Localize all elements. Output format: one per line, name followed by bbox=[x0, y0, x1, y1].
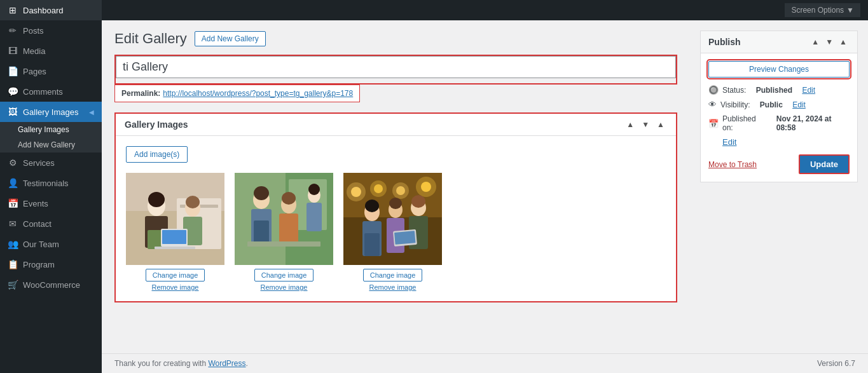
sidebar-item-dashboard[interactable]: ⊞ Dashboard bbox=[0, 0, 102, 20]
title-input-wrapper bbox=[114, 55, 677, 85]
posts-icon: ✏ bbox=[8, 25, 18, 36]
sidebar-item-comments[interactable]: 💬 Comments bbox=[0, 81, 102, 102]
gallery-title-input[interactable] bbox=[116, 56, 676, 78]
permalink-link[interactable]: http://localhost/wordpress/?post_type=tg… bbox=[163, 89, 353, 98]
gallery-box-toggle-button[interactable]: ▲ bbox=[654, 119, 667, 130]
gallery-box-up-button[interactable]: ▲ bbox=[624, 119, 637, 130]
image-preview-2 bbox=[235, 173, 333, 265]
sidebar-item-program[interactable]: 📋 Program bbox=[0, 254, 102, 275]
contact-icon: ✉ bbox=[8, 219, 18, 229]
add-new-gallery-button[interactable]: Add New Gallery bbox=[195, 31, 266, 46]
page-title: Edit Gallery bbox=[114, 31, 187, 47]
gallery-box-title: Gallery Images bbox=[125, 119, 188, 130]
published-date: Nov 21, 2024 at 08:58 bbox=[776, 114, 850, 132]
remove-image-1-button[interactable]: Remove image bbox=[152, 283, 199, 291]
svg-rect-12 bbox=[162, 230, 186, 244]
wordpress-link[interactable]: WordPress bbox=[208, 359, 245, 368]
page-title-row: Edit Gallery Add New Gallery bbox=[114, 31, 677, 47]
status-icon: 🔘 bbox=[708, 85, 719, 95]
services-icon: ⚙ bbox=[8, 158, 18, 168]
sidebar-item-woocommerce[interactable]: 🛒 WooCommerce bbox=[0, 275, 102, 295]
publish-box-toggle-button[interactable]: ▲ bbox=[837, 36, 850, 48]
add-images-button[interactable]: Add image(s) bbox=[126, 146, 188, 163]
change-image-3-button[interactable]: Change image bbox=[363, 269, 423, 281]
permalink-label: Permalink: bbox=[121, 89, 160, 98]
program-icon: 📋 bbox=[8, 259, 18, 269]
visibility-value: Public bbox=[760, 100, 783, 109]
sidebar: ⊞ Dashboard ✏ Posts 🎞 Media 📄 Pages 💬 Co… bbox=[0, 0, 102, 373]
sidebar-item-media[interactable]: 🎞 Media bbox=[0, 41, 102, 61]
title-input-outline bbox=[114, 55, 677, 85]
gallery-image-item: Change image Remove image bbox=[126, 173, 224, 291]
screen-options-label: Screen Options bbox=[791, 6, 844, 15]
chevron-down-icon: ▼ bbox=[846, 6, 854, 15]
publish-box-down-button[interactable]: ▼ bbox=[823, 36, 836, 48]
svg-point-34 bbox=[370, 180, 387, 197]
publish-visibility-row: 👁 Visibility: Public Edit bbox=[708, 100, 850, 109]
comments-icon: 💬 bbox=[8, 86, 18, 97]
testimonials-icon: 👤 bbox=[8, 178, 18, 188]
sidebar-item-events[interactable]: 📅 Events bbox=[0, 193, 102, 214]
gallery-images-grid: Change image Remove image bbox=[126, 173, 666, 291]
publish-box-up-button[interactable]: ▲ bbox=[809, 36, 822, 48]
sidebar-item-services[interactable]: ⚙ Services bbox=[0, 153, 102, 173]
preview-changes-button[interactable]: Preview Changes bbox=[708, 61, 850, 78]
top-bar: Screen Options ▼ bbox=[102, 0, 868, 20]
publish-box-controls: ▲ ▼ ▲ bbox=[809, 36, 850, 48]
footer-period: . bbox=[246, 359, 248, 368]
calendar-icon: 📅 bbox=[708, 119, 719, 128]
svg-point-26 bbox=[308, 184, 320, 195]
image-3-controls: Change image Remove image bbox=[363, 269, 423, 291]
editor-area: Edit Gallery Add New Gallery Permalink: … bbox=[102, 20, 690, 353]
sidebar-item-label: Contact bbox=[23, 219, 52, 229]
main-content: Screen Options ▼ Edit Gallery Add New Ga… bbox=[102, 0, 868, 373]
publish-box-body: Preview Changes 🔘 Status: Published Edit… bbox=[701, 53, 857, 182]
status-value: Published bbox=[756, 86, 792, 95]
gallery-box-body: Add image(s) bbox=[116, 136, 676, 301]
svg-point-41 bbox=[365, 200, 379, 212]
dashboard-icon: ⊞ bbox=[8, 5, 18, 15]
sidebar-sub-gallery-images[interactable]: Gallery Images bbox=[0, 122, 102, 137]
image-preview-3 bbox=[343, 173, 442, 265]
change-image-2-button[interactable]: Change image bbox=[254, 269, 314, 281]
permalink-bar: Permalink: http://localhost/wordpress/?p… bbox=[114, 85, 360, 102]
sidebar-item-testimonials[interactable]: 👤 Testimonials bbox=[0, 173, 102, 193]
image-2-controls: Change image Remove image bbox=[254, 269, 314, 291]
sidebar-item-pages[interactable]: 📄 Pages bbox=[0, 61, 102, 81]
publish-status-row: 🔘 Status: Published Edit bbox=[708, 85, 850, 95]
publish-box-title: Publish bbox=[708, 37, 741, 47]
sidebar-sub-add-new-gallery[interactable]: Add New Gallery bbox=[0, 137, 102, 153]
page-area: Edit Gallery Add New Gallery Permalink: … bbox=[102, 20, 868, 353]
move-to-trash-button[interactable]: Move to Trash bbox=[708, 160, 757, 169]
footer-thank-you: Thank you for creating with bbox=[114, 359, 208, 368]
gallery-image-item: Change image Remove image bbox=[235, 173, 333, 291]
svg-point-19 bbox=[254, 186, 269, 200]
sidebar-item-gallery-images[interactable]: 🖼 Gallery Images ◀ bbox=[0, 102, 102, 122]
sidebar-sub-label: Gallery Images bbox=[18, 125, 69, 134]
gallery-box-down-button[interactable]: ▼ bbox=[639, 119, 652, 130]
gallery-image-thumb-1 bbox=[126, 173, 224, 265]
screen-options-button[interactable]: Screen Options ▼ bbox=[785, 3, 860, 17]
published-date-edit-link[interactable]: Edit bbox=[722, 137, 736, 147]
image-1-controls: Change image Remove image bbox=[146, 269, 205, 291]
status-edit-link[interactable]: Edit bbox=[802, 86, 815, 95]
change-image-1-button[interactable]: Change image bbox=[146, 269, 205, 281]
sidebar-arrow-icon: ◀ bbox=[89, 109, 94, 116]
update-button[interactable]: Update bbox=[799, 154, 850, 174]
publish-box-header: Publish ▲ ▼ ▲ bbox=[701, 31, 857, 53]
visibility-edit-link[interactable]: Edit bbox=[792, 100, 806, 109]
footer-credit: Thank you for creating with WordPress. bbox=[114, 359, 248, 368]
sidebar-item-label: WooCommerce bbox=[23, 280, 80, 290]
visibility-label: Visibility: bbox=[720, 100, 750, 109]
sidebar-item-contact[interactable]: ✉ Contact bbox=[0, 214, 102, 234]
gallery-box: Gallery Images ▲ ▼ ▲ Add image(s) bbox=[114, 112, 677, 302]
sidebar-item-our-team[interactable]: 👥 Our Team bbox=[0, 234, 102, 254]
remove-image-3-button[interactable]: Remove image bbox=[369, 283, 417, 291]
gallery-image-thumb-3 bbox=[343, 173, 442, 265]
svg-rect-28 bbox=[247, 241, 320, 247]
gallery-image-item: Change image Remove image bbox=[343, 173, 442, 291]
sidebar-item-posts[interactable]: ✏ Posts bbox=[0, 20, 102, 41]
our-team-icon: 👥 bbox=[8, 239, 18, 249]
remove-image-2-button[interactable]: Remove image bbox=[261, 283, 308, 291]
published-on-label: Published on: bbox=[722, 114, 766, 132]
